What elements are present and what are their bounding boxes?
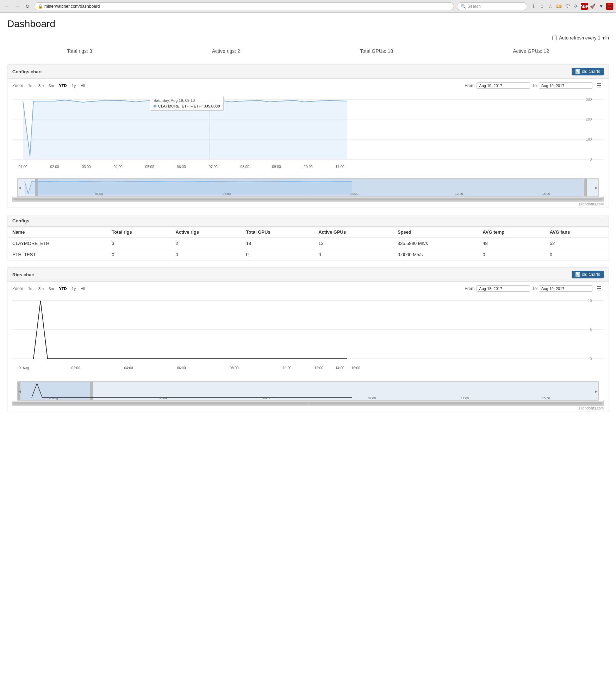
rigs-chart-menu-button[interactable]: ☰ [595, 284, 604, 292]
configs-chart-svg-container: 300 200 100 0 01:00 02:00 03:00 [12, 92, 604, 177]
col-avg-fans: AVG fans [545, 227, 609, 238]
shield-icon[interactable]: 🛡 [564, 3, 571, 10]
chart-menu-button[interactable]: ☰ [595, 81, 604, 90]
row1-active-rigs: 2 [170, 238, 241, 249]
svg-text:02:00: 02:00 [71, 366, 80, 370]
svg-text:02:00: 02:00 [50, 165, 59, 169]
zoom-all[interactable]: All [79, 83, 86, 88]
home-icon[interactable]: ⌂ [539, 3, 546, 10]
from-date-input[interactable] [477, 82, 530, 89]
page-title: Dashboard [7, 18, 609, 30]
rigs-old-charts-button[interactable]: 📊 old charts [572, 271, 604, 278]
from-label: From [465, 83, 474, 88]
rigs-zoom-1y[interactable]: 1y [70, 286, 77, 291]
stat-active-rigs: Active rigs: 2 [212, 48, 240, 54]
svg-marker-22 [25, 181, 352, 195]
zoom-ytd[interactable]: YTD [58, 83, 68, 88]
row1-active-gpus: 12 [313, 238, 393, 249]
send-icon[interactable]: ✈ [572, 3, 579, 10]
rigs-chart-controls: Zoom 1m 3m 6m YTD 1y All From To ☰ [7, 282, 609, 295]
wallet-icon[interactable]: 💴 [555, 3, 562, 10]
zoom-1m[interactable]: 1m [27, 83, 35, 88]
configs-table-header-row: Name Total rigs Active rigs Total GPUs A… [7, 227, 609, 238]
configs-table-head: Name Total rigs Active rigs Total GPUs A… [7, 227, 609, 238]
svg-text:200: 200 [586, 117, 592, 121]
svg-text:12:00: 12:00 [461, 396, 469, 400]
svg-marker-8 [23, 100, 347, 159]
url-text: minerwatcher.com/dashboard [44, 4, 100, 9]
rigs-nav-mini-chart: 19. Aug 03:00 06:00 09:00 12:00 15:00 [18, 382, 598, 401]
rigs-from-date-input[interactable] [477, 285, 530, 292]
rigs-chart-title: Rigs chart [12, 272, 35, 277]
row1-speed: 335.5880 Mh/s [393, 238, 478, 249]
row2-avg-temp: 0 [478, 249, 545, 260]
row1-total-rigs: 3 [107, 238, 170, 249]
browser-actions: ⇓ ⌂ ☆ 💴 🛡 ✈ ABP 🚀 ▼ ☰ [530, 3, 613, 10]
zoom-3m[interactable]: 3m [37, 83, 45, 88]
configs-chart-title: Configs chart [12, 69, 42, 74]
extension-icon[interactable]: 🚀 [589, 3, 596, 10]
col-avg-temp: AVG temp [478, 227, 545, 238]
search-placeholder: Search [467, 4, 481, 9]
svg-text:06:00: 06:00 [223, 192, 231, 196]
svg-text:05:00: 05:00 [145, 165, 154, 169]
zoom-label: Zoom [12, 83, 23, 88]
zoom-6m[interactable]: 6m [47, 83, 55, 88]
svg-text:10:00: 10:00 [304, 165, 312, 169]
page-content: Dashboard Auto refresh every 1 min Total… [0, 13, 616, 425]
configs-chart-navigator: ◀ ▶ 03:00 06:00 09:00 12:00 15:00 [17, 178, 599, 197]
back-button[interactable]: ← [3, 3, 11, 10]
forward-button[interactable]: → [13, 3, 21, 10]
svg-text:19. Aug: 19. Aug [17, 366, 29, 370]
to-date-input[interactable] [539, 82, 592, 89]
rigs-scroll-thumb[interactable]: ⋮ [13, 402, 603, 405]
zoom-1y[interactable]: 1y [70, 83, 77, 88]
address-bar[interactable]: 🔒 minerwatcher.com/dashboard [34, 2, 454, 10]
svg-text:300: 300 [586, 98, 592, 101]
rigs-to-label: To [532, 286, 537, 291]
col-total-rigs: Total rigs [107, 227, 170, 238]
date-range-controls: From To ☰ [465, 81, 604, 90]
svg-text:04:00: 04:00 [124, 366, 133, 370]
svg-text:5: 5 [590, 328, 592, 332]
configs-chart-area: 300 200 100 0 01:00 02:00 03:00 [7, 92, 609, 197]
rigs-date-range-controls: From To ☰ [465, 284, 604, 292]
bar-chart-icon-2: 📊 [575, 272, 580, 277]
stat-total-gpus: Total GPUs: 18 [360, 48, 393, 54]
download-icon[interactable]: ⇓ [530, 3, 537, 10]
search-icon: 🔍 [461, 4, 466, 9]
rigs-zoom-3m[interactable]: 3m [37, 286, 45, 291]
svg-text:06:00: 06:00 [263, 396, 272, 400]
rigs-zoom-1m[interactable]: 1m [27, 286, 35, 291]
row2-total-gpus: 0 [241, 249, 314, 260]
rigs-to-date-input[interactable] [539, 285, 592, 292]
col-total-gpus: Total GPUs [241, 227, 314, 238]
svg-text:01:00: 01:00 [18, 165, 27, 169]
col-speed: Speed [393, 227, 478, 238]
highcharts-credit-1: Highcharts.com [7, 202, 609, 208]
reload-button[interactable]: ↻ [24, 3, 31, 10]
configs-chart-scrollbar[interactable]: ⋮ [12, 197, 604, 202]
configs-table-header: Configs [7, 215, 609, 227]
more-icon[interactable]: ▼ [598, 3, 605, 10]
configs-old-charts-button[interactable]: 📊 old charts [572, 68, 604, 75]
adblock-icon[interactable]: ABP [581, 3, 588, 10]
rigs-chart-scrollbar[interactable]: ⋮ [12, 401, 604, 406]
auto-refresh-label[interactable]: Auto refresh every 1 min [552, 35, 609, 41]
star-icon[interactable]: ☆ [547, 3, 554, 10]
stats-row: Total rigs: 3 Active rigs: 2 Total GPUs:… [7, 45, 609, 57]
svg-text:0: 0 [590, 357, 592, 361]
rigs-from-label: From [465, 286, 474, 291]
search-bar[interactable]: 🔍 Search [457, 2, 527, 10]
rigs-zoom-all[interactable]: All [79, 286, 86, 291]
rigs-zoom-ytd[interactable]: YTD [58, 286, 68, 291]
col-active-gpus: Active GPUs [313, 227, 393, 238]
scroll-thumb[interactable]: ⋮ [13, 198, 603, 201]
svg-text:14:00: 14:00 [335, 366, 344, 370]
svg-text:03:00: 03:00 [82, 165, 91, 169]
svg-text:03:00: 03:00 [95, 192, 103, 196]
auto-refresh-checkbox[interactable] [552, 36, 557, 40]
svg-text:07:00: 07:00 [209, 165, 217, 169]
menu-icon[interactable]: ☰ [606, 3, 613, 10]
rigs-zoom-6m[interactable]: 6m [47, 286, 55, 291]
